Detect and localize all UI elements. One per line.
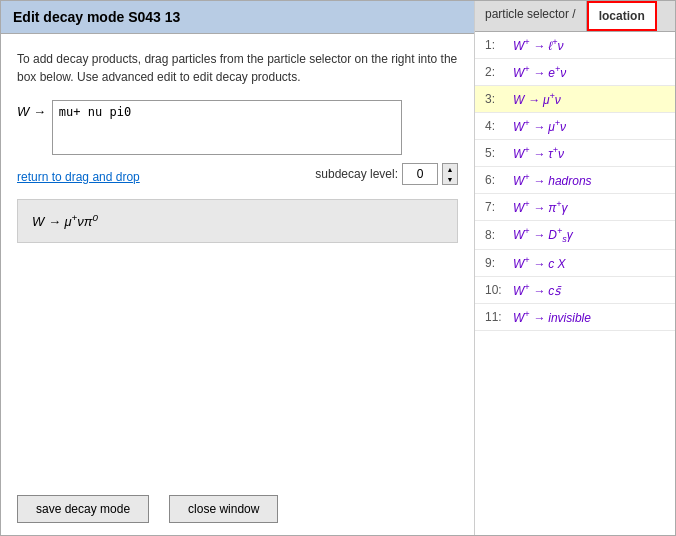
item-formula: W+ → c X (513, 255, 566, 271)
item-formula: W+ → hadrons (513, 172, 592, 188)
spinner-down-button[interactable]: ▼ (443, 174, 457, 184)
list-item[interactable]: 2: W+ → e+ν (475, 59, 675, 86)
button-row: save decay mode close window (1, 483, 474, 535)
description-text: To add decay products, drag particles fr… (17, 50, 458, 86)
list-item[interactable]: 9: W+ → c X (475, 250, 675, 277)
item-formula: W+ → μ+ν (513, 118, 566, 134)
decay-input[interactable]: mu+ nu pi0 (52, 100, 402, 155)
subdecay-spinner: ▲ ▼ (442, 163, 458, 185)
item-num: 8: (485, 228, 509, 242)
item-formula: W+ → cs̄ (513, 282, 560, 298)
particle-list: 1: W+ → ℓ+ν 2: W+ → e+ν 3: W → μ+ν 4: W+… (475, 32, 675, 535)
preview-formula: W → μ+νπ0 (32, 212, 98, 229)
item-formula: W+ → e+ν (513, 64, 566, 80)
list-item[interactable]: 4: W+ → μ+ν (475, 113, 675, 140)
item-num: 3: (485, 92, 509, 106)
item-num: 2: (485, 65, 509, 79)
item-num: 9: (485, 256, 509, 270)
item-num: 1: (485, 38, 509, 52)
list-item[interactable]: 5: W+ → τ+ν (475, 140, 675, 167)
list-item[interactable]: 7: W+ → π+γ (475, 194, 675, 221)
tab-location[interactable]: location (587, 1, 657, 31)
item-formula: W+ → D+sγ (513, 226, 573, 244)
list-item[interactable]: 10: W+ → cs̄ (475, 277, 675, 304)
item-formula: W+ → ℓ+ν (513, 37, 563, 53)
list-item[interactable]: 11: W+ → invisible (475, 304, 675, 331)
list-item[interactable]: 6: W+ → hadrons (475, 167, 675, 194)
list-item[interactable]: 1: W+ → ℓ+ν (475, 32, 675, 59)
right-panel: particle selector / location 1: W+ → ℓ+ν… (475, 1, 675, 535)
list-item-highlighted[interactable]: 3: W → μ+ν (475, 86, 675, 113)
spinner-up-button[interactable]: ▲ (443, 164, 457, 174)
right-header: particle selector / location (475, 1, 675, 32)
item-num: 11: (485, 310, 509, 324)
close-button[interactable]: close window (169, 495, 278, 523)
list-item[interactable]: 8: W+ → D+sγ (475, 221, 675, 250)
item-num: 4: (485, 119, 509, 133)
item-formula: W+ → π+γ (513, 199, 568, 215)
formula-label: W → (17, 104, 46, 119)
preview-box: W → μ+νπ0 (17, 199, 458, 243)
subdecay-input[interactable] (402, 163, 438, 185)
item-num: 10: (485, 283, 509, 297)
item-formula: W+ → invisible (513, 309, 591, 325)
subdecay-label: subdecay level: (315, 167, 398, 181)
item-formula: W+ → τ+ν (513, 145, 564, 161)
item-num: 5: (485, 146, 509, 160)
tab-particle-selector[interactable]: particle selector / (475, 1, 587, 31)
item-formula: W → μ+ν (513, 91, 561, 107)
return-link[interactable]: return to drag and drop (17, 170, 140, 184)
left-panel: Edit decay mode S043 13 To add decay pro… (1, 1, 475, 535)
page-title: Edit decay mode S043 13 (1, 1, 474, 34)
item-num: 6: (485, 173, 509, 187)
save-button[interactable]: save decay mode (17, 495, 149, 523)
item-num: 7: (485, 200, 509, 214)
